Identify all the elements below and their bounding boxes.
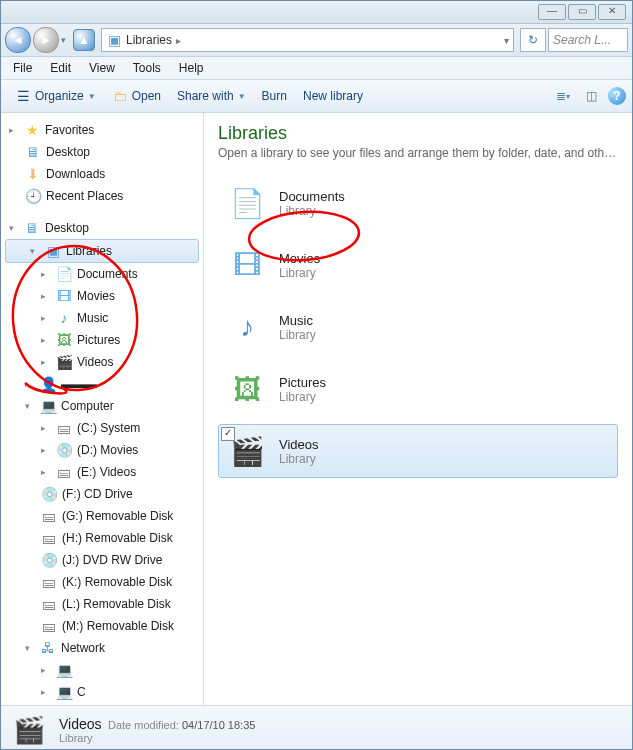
- help-button[interactable]: ?: [608, 87, 626, 105]
- refresh-button[interactable]: ↻: [520, 28, 546, 52]
- library-item-videos[interactable]: ✓ 🎬 VideosLibrary: [218, 424, 618, 478]
- address-dropdown-icon[interactable]: ▾: [504, 35, 509, 46]
- back-button[interactable]: ◄: [5, 27, 31, 53]
- disc-icon: 💿: [41, 552, 57, 568]
- expand-icon[interactable]: [25, 379, 35, 389]
- removable-icon: 🖴: [41, 574, 57, 590]
- tree-lib-videos[interactable]: 🎬Videos: [1, 351, 203, 373]
- tree-net-pc1[interactable]: 💻: [1, 659, 203, 681]
- forward-button[interactable]: ►: [33, 27, 59, 53]
- tree-desktop[interactable]: 🖥 Desktop: [1, 217, 203, 239]
- tree-drive-l[interactable]: 🖴(L:) Removable Disk: [1, 593, 203, 615]
- tree-computer[interactable]: 💻 Computer: [1, 395, 203, 417]
- tree-label: Downloads: [46, 167, 105, 181]
- close-button[interactable]: ✕: [598, 4, 626, 20]
- tree-drive-j[interactable]: 💿(J:) DVD RW Drive: [1, 549, 203, 571]
- downloads-icon: ⬇: [25, 166, 41, 182]
- expand-icon[interactable]: [41, 269, 51, 279]
- search-input[interactable]: Search L...: [548, 28, 628, 52]
- tree-lib-documents[interactable]: 📄Documents: [1, 263, 203, 285]
- preview-pane-button[interactable]: ◫: [580, 85, 602, 107]
- library-item-music[interactable]: ♪ MusicLibrary: [218, 300, 618, 354]
- tree-lib-movies[interactable]: 🎞Movies: [1, 285, 203, 307]
- organize-button[interactable]: ☰ Organize ▼: [7, 85, 104, 107]
- menu-tools[interactable]: Tools: [125, 59, 169, 77]
- library-item-documents[interactable]: 📄 DocumentsLibrary: [218, 176, 618, 230]
- tree-drive-d[interactable]: 💿(D:) Movies: [1, 439, 203, 461]
- minimize-button[interactable]: —: [538, 4, 566, 20]
- menu-edit[interactable]: Edit: [42, 59, 79, 77]
- tree-fav-recent[interactable]: 🕘Recent Places: [1, 185, 203, 207]
- tree-lib-music[interactable]: ♪Music: [1, 307, 203, 329]
- library-item-movies[interactable]: 🎞 MoviesLibrary: [218, 238, 618, 292]
- tree-label: Videos: [77, 355, 113, 369]
- tree-lib-pictures[interactable]: 🖼Pictures: [1, 329, 203, 351]
- chevron-down-icon: ▼: [238, 92, 246, 101]
- tree-drive-g[interactable]: 🖴(G:) Removable Disk: [1, 505, 203, 527]
- tree-label: (L:) Removable Disk: [62, 597, 171, 611]
- navigation-tree[interactable]: ★ Favorites 🖥Desktop ⬇Downloads 🕘Recent …: [1, 113, 204, 705]
- tree-fav-desktop[interactable]: 🖥Desktop: [1, 141, 203, 163]
- menu-help[interactable]: Help: [171, 59, 212, 77]
- view-options-button[interactable]: ≣ ▾: [552, 85, 574, 107]
- tree-label: Favorites: [45, 123, 94, 137]
- expand-icon[interactable]: [41, 467, 51, 477]
- music-icon: ♪: [227, 307, 267, 347]
- tree-drive-m[interactable]: 🖴(M:) Removable Disk: [1, 615, 203, 637]
- tree-drive-c[interactable]: 🖴(C:) System: [1, 417, 203, 439]
- expand-icon[interactable]: [30, 246, 40, 256]
- expand-icon[interactable]: [41, 313, 51, 323]
- window-titlebar: — ▭ ✕: [1, 1, 632, 24]
- movies-icon: 🎞: [56, 288, 72, 304]
- tree-drive-e[interactable]: 🖴(E:) Videos: [1, 461, 203, 483]
- menu-view[interactable]: View: [81, 59, 123, 77]
- tree-drive-f[interactable]: 💿(F:) CD Drive: [1, 483, 203, 505]
- tree-label: (H:) Removable Disk: [62, 531, 173, 545]
- expand-icon[interactable]: [9, 125, 19, 135]
- tree-favorites[interactable]: ★ Favorites: [1, 119, 203, 141]
- expand-icon[interactable]: [25, 401, 35, 411]
- item-type: Library: [279, 204, 345, 218]
- burn-button[interactable]: Burn: [254, 86, 295, 106]
- expand-icon[interactable]: [41, 423, 51, 433]
- expand-icon[interactable]: [41, 445, 51, 455]
- menu-file[interactable]: File: [5, 59, 40, 77]
- tree-label: Pictures: [77, 333, 120, 347]
- history-dropdown[interactable]: ▾: [61, 35, 71, 45]
- tree-control-panel[interactable]: ⚙Control Panel: [1, 703, 203, 705]
- computer-icon: 💻: [40, 398, 56, 414]
- details-name: Videos: [59, 716, 102, 732]
- tree-fav-downloads[interactable]: ⬇Downloads: [1, 163, 203, 185]
- maximize-button[interactable]: ▭: [568, 4, 596, 20]
- open-button[interactable]: 🗀 Open: [104, 85, 169, 107]
- expand-icon[interactable]: [41, 665, 51, 675]
- expand-icon[interactable]: [41, 335, 51, 345]
- expand-icon[interactable]: [41, 357, 51, 367]
- tree-drive-k[interactable]: 🖴(K:) Removable Disk: [1, 571, 203, 593]
- library-item-pictures[interactable]: 🖼 PicturesLibrary: [218, 362, 618, 416]
- item-name: Pictures: [279, 375, 326, 390]
- expand-icon[interactable]: [41, 687, 51, 697]
- tree-drive-h[interactable]: 🖴(H:) Removable Disk: [1, 527, 203, 549]
- content-pane: Libraries Open a library to see your fil…: [204, 113, 632, 705]
- hdd-icon: 🖴: [56, 420, 72, 436]
- tree-network[interactable]: 🖧 Network: [1, 637, 203, 659]
- expand-icon[interactable]: [9, 223, 19, 233]
- tree-net-pc2[interactable]: 💻C: [1, 681, 203, 703]
- checkbox-icon[interactable]: ✓: [221, 427, 235, 441]
- address-libraries-icon: ▣: [106, 32, 122, 48]
- tree-label: Music: [77, 311, 108, 325]
- tree-label: Recent Places: [46, 189, 123, 203]
- address-bar[interactable]: ▣ Libraries ▸ ▾: [101, 28, 514, 52]
- tree-redacted-user[interactable]: 👤▬▬▬: [1, 373, 203, 395]
- address-segment[interactable]: Libraries: [122, 33, 176, 47]
- tree-label: Network: [61, 641, 105, 655]
- up-button[interactable]: ▲: [73, 29, 95, 51]
- new-library-button[interactable]: New library: [295, 86, 371, 106]
- chevron-right-icon[interactable]: ▸: [176, 35, 181, 46]
- expand-icon[interactable]: [41, 291, 51, 301]
- share-button[interactable]: Share with ▼: [169, 86, 254, 106]
- chevron-down-icon: ▼: [88, 92, 96, 101]
- tree-libraries[interactable]: ▣ Libraries: [5, 239, 199, 263]
- expand-icon[interactable]: [25, 643, 35, 653]
